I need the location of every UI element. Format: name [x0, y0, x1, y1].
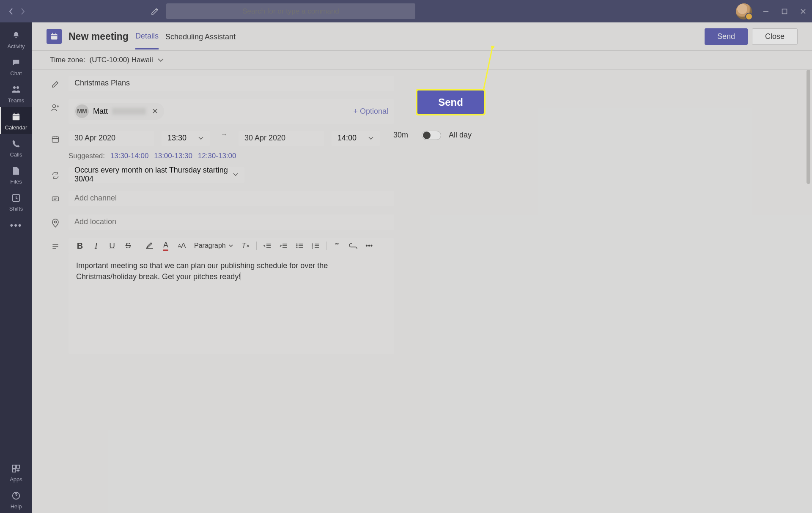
underline-button[interactable]: U	[105, 239, 119, 252]
tab-scheduling-assistant[interactable]: Scheduling Assistant	[165, 24, 236, 49]
description-text: Important meeting so that we can plan ou…	[76, 261, 328, 281]
rail-chat[interactable]: Chat	[0, 53, 32, 80]
clear-formatting-button[interactable]: T✕	[239, 239, 253, 252]
paragraph-label: Paragraph	[194, 242, 226, 250]
rail-shifts[interactable]: Shifts	[0, 188, 32, 215]
toolbar-divider	[139, 241, 139, 250]
rail-more[interactable]: •••	[0, 215, 32, 236]
italic-button[interactable]: I	[89, 239, 103, 252]
meeting-title-value: Christmas Plans	[74, 79, 130, 88]
chevron-down-icon	[233, 173, 239, 177]
timezone-row[interactable]: Time zone: (UTC-10:00) Hawaii	[32, 51, 812, 70]
channel-placeholder: Add channel	[74, 194, 117, 203]
bullet-list-button[interactable]	[292, 239, 307, 252]
close-button[interactable]: Close	[752, 28, 798, 45]
svg-rect-15	[55, 33, 56, 35]
rail-label: Calendar	[5, 124, 27, 131]
outdent-button[interactable]	[260, 239, 274, 252]
description-editor[interactable]: Important meeting so that we can plan ou…	[69, 253, 394, 354]
rail-help[interactable]: Help	[0, 486, 32, 513]
compose-icon[interactable]	[149, 5, 161, 17]
svg-point-2	[16, 86, 19, 89]
send-callout: Send	[417, 91, 484, 114]
maximize-button[interactable]	[780, 7, 789, 16]
quote-button[interactable]: ”	[330, 239, 344, 252]
svg-rect-12	[51, 34, 58, 39]
send-callout-box: Send	[417, 91, 484, 114]
all-day-label: All day	[449, 131, 472, 140]
more-toolbar-button[interactable]: •••	[362, 239, 376, 252]
end-time-value: 14:00	[337, 134, 357, 143]
svg-rect-10	[13, 469, 16, 472]
page-title: New meeting	[69, 31, 129, 42]
svg-rect-14	[52, 33, 53, 35]
svg-rect-8	[13, 465, 16, 468]
bold-button[interactable]: B	[73, 239, 87, 252]
minimize-button[interactable]	[761, 7, 771, 16]
back-button[interactable]	[5, 5, 17, 17]
meeting-title-input[interactable]: Christmas Plans	[69, 76, 394, 91]
svg-rect-18	[52, 197, 59, 201]
end-date-input[interactable]: 30 Apr 2020	[239, 131, 324, 146]
suggested-time-1[interactable]: 13:30-14:00	[110, 152, 149, 160]
rail-teams[interactable]: Teams	[0, 80, 32, 107]
user-avatar[interactable]	[736, 3, 752, 19]
strikethrough-button[interactable]: S	[121, 239, 135, 252]
svg-point-21	[296, 245, 297, 247]
svg-point-20	[296, 244, 297, 245]
rail-activity[interactable]: Activity	[0, 26, 32, 53]
attendee-initials: MM	[75, 104, 89, 118]
forward-button[interactable]	[17, 5, 29, 17]
channel-input[interactable]: Add channel	[69, 191, 394, 206]
suggested-label: Suggested:	[69, 152, 105, 160]
send-callout-label: Send	[438, 96, 463, 108]
file-icon	[10, 165, 22, 177]
suggested-time-3[interactable]: 12:30-13:00	[198, 152, 236, 160]
scrollbar[interactable]	[807, 70, 810, 184]
remove-attendee-button[interactable]: ✕	[150, 107, 160, 116]
recurrence-dropdown[interactable]: Occurs every month on last Thursday star…	[69, 167, 244, 183]
svg-rect-4	[13, 115, 20, 116]
recurrence-value: Occurs every month on last Thursday star…	[74, 166, 233, 184]
start-date-input[interactable]: 30 Apr 2020	[69, 131, 154, 146]
end-time-dropdown[interactable]: 14:00	[332, 131, 380, 146]
rail-apps[interactable]: Apps	[0, 459, 32, 486]
font-size-button[interactable]: AA	[175, 239, 189, 252]
svg-point-19	[55, 221, 57, 223]
start-date-value: 30 Apr 2020	[74, 134, 115, 143]
chevron-down-icon	[198, 136, 204, 140]
font-color-button[interactable]: A	[159, 239, 173, 252]
editor-toolbar: B I U S A AA Paragraph T✕ 123 ”	[69, 238, 394, 253]
attendees-input[interactable]: MM Matt ✕ + Optional	[69, 99, 394, 124]
numbered-list-button[interactable]: 123	[308, 239, 323, 252]
rail-files[interactable]: Files	[0, 161, 32, 188]
rail-label: Files	[10, 178, 22, 185]
link-button[interactable]	[346, 239, 360, 252]
paragraph-style-dropdown[interactable]: Paragraph	[191, 239, 237, 252]
start-time-dropdown[interactable]: 13:30	[162, 131, 210, 146]
shifts-icon	[10, 192, 22, 204]
tab-details[interactable]: Details	[135, 23, 159, 49]
rail-label: Apps	[10, 476, 22, 483]
rail-calendar[interactable]: Calendar	[0, 107, 32, 134]
close-window-button[interactable]	[798, 7, 808, 16]
add-optional-button[interactable]: + Optional	[353, 107, 388, 116]
location-icon	[50, 214, 61, 231]
rail-label: Calls	[10, 151, 22, 158]
svg-point-16	[53, 105, 56, 108]
duration-label: 30m	[387, 131, 414, 140]
search-box[interactable]	[166, 3, 415, 19]
channel-icon	[50, 191, 61, 208]
all-day-toggle[interactable]	[422, 131, 441, 140]
send-button[interactable]: Send	[705, 28, 748, 45]
rail-calls[interactable]: Calls	[0, 134, 32, 161]
chevron-down-icon	[157, 58, 164, 63]
start-time-value: 13:30	[167, 134, 187, 143]
search-input[interactable]	[173, 7, 409, 16]
rail-label: Teams	[8, 97, 24, 104]
location-placeholder: Add location	[74, 217, 116, 226]
location-input[interactable]: Add location	[69, 214, 394, 230]
highlight-button[interactable]	[143, 239, 157, 252]
suggested-time-2[interactable]: 13:00-13:30	[154, 152, 192, 160]
indent-button[interactable]	[276, 239, 291, 252]
